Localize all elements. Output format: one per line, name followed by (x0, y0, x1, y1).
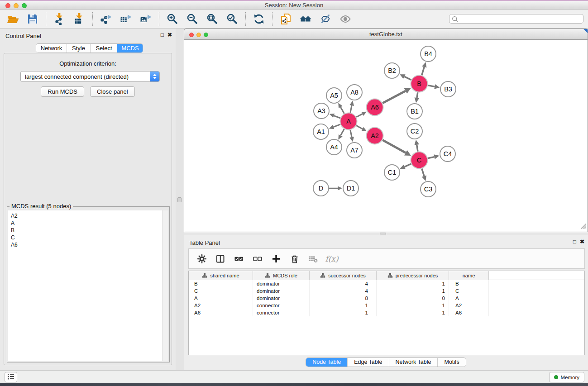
tab-mcds[interactable]: MCDS (117, 44, 143, 52)
zoom-in-button[interactable] (164, 11, 181, 27)
network-edge-C-C4[interactable] (428, 157, 435, 158)
network-edge-B-B3[interactable] (428, 86, 435, 87)
network-node-C[interactable]: C (411, 152, 428, 169)
import-table-button[interactable] (71, 11, 87, 27)
tab-motifs[interactable]: Motifs (437, 358, 465, 367)
close-panel-button[interactable]: Close panel (90, 86, 135, 97)
network-edge-C-C2[interactable] (417, 145, 418, 152)
network-edge-A-A5[interactable] (340, 107, 344, 114)
network-node-A1[interactable]: A1 (313, 124, 329, 139)
network-node-A2[interactable]: A2 (367, 128, 383, 144)
import-network-button[interactable] (51, 11, 67, 27)
memory-button[interactable]: Memory (549, 372, 584, 382)
network-node-D[interactable]: D (313, 181, 329, 196)
table-row[interactable]: A6connector11A6 (189, 309, 584, 316)
network-node-B[interactable]: B (411, 76, 428, 92)
network-node-C3[interactable]: C3 (421, 181, 436, 197)
export-table-button[interactable] (118, 11, 134, 27)
search-field[interactable] (449, 14, 583, 24)
network-edge-A2-C[interactable] (382, 140, 406, 152)
network-node-C4[interactable]: C4 (440, 146, 455, 162)
zoom-out-button[interactable] (184, 11, 201, 27)
table-row[interactable]: Bdominator41B (189, 280, 584, 287)
result-item[interactable]: C (11, 234, 168, 241)
tab-style[interactable]: Style (67, 44, 90, 52)
result-item[interactable]: B (11, 227, 168, 234)
gear-button[interactable] (196, 252, 208, 266)
float-table-panel-icon[interactable]: □ (573, 238, 576, 245)
run-mcds-button[interactable]: Run MCDS (41, 86, 84, 97)
vertical-splitter[interactable] (176, 29, 184, 370)
network-edge-C-C1[interactable] (405, 164, 411, 167)
horizontal-splitter[interactable] (184, 232, 588, 235)
zoom-selected-button[interactable] (224, 11, 240, 27)
clone-network-button[interactable] (277, 11, 294, 27)
column-header-successor-nodes[interactable]: successor nodes (310, 271, 377, 280)
network-node-A7[interactable]: A7 (347, 143, 362, 158)
network-edge-C-C3[interactable] (422, 169, 424, 176)
network-edge-A-A2[interactable] (356, 125, 363, 129)
tab-edge-table[interactable]: Edge Table (347, 358, 388, 367)
deselect-all-button[interactable] (252, 252, 263, 266)
network-node-B2[interactable]: B2 (384, 63, 400, 78)
network-edge-B-B4[interactable] (422, 67, 425, 75)
network-node-D1[interactable]: D1 (343, 181, 359, 196)
network-edge-A-A7[interactable] (350, 130, 352, 137)
network-edge-A-A3[interactable] (334, 116, 340, 118)
open-folder-button[interactable] (5, 11, 21, 27)
tab-network-table[interactable]: Network Table (389, 358, 438, 367)
result-item[interactable]: A2 (11, 212, 168, 219)
home-button[interactable] (297, 11, 314, 27)
delete-table-button[interactable] (307, 252, 319, 266)
column-header-name[interactable]: name (449, 271, 489, 280)
network-node-A[interactable]: A (340, 113, 357, 130)
network-node-B3[interactable]: B3 (440, 81, 456, 97)
network-window-titlebar[interactable]: testGlobe.txt (184, 29, 588, 40)
float-panel-icon[interactable]: □ (161, 32, 164, 38)
network-node-B1[interactable]: B1 (407, 104, 422, 119)
network-canvas[interactable]: B4B2BB3A8A5A6A3B1AA1C2A2A4A7C4CC1C3DD1 (184, 40, 588, 232)
network-node-C1[interactable]: C1 (384, 165, 400, 180)
export-network-button[interactable] (98, 11, 114, 27)
close-panel-icon[interactable]: ✖ (167, 32, 172, 38)
column-header-shared-name[interactable]: shared name (189, 271, 253, 280)
hide-labels-button[interactable] (317, 11, 334, 27)
task-history-button[interactable] (5, 372, 17, 382)
network-node-C2[interactable]: C2 (407, 124, 422, 139)
resize-grip-icon[interactable] (580, 223, 587, 231)
table-row[interactable]: Adominator80A (189, 295, 584, 302)
network-edge-A-A6[interactable] (356, 114, 363, 117)
optimization-criterion-select[interactable]: largest connected component (directed) (20, 71, 160, 82)
table-row[interactable]: Cdominator41C (189, 287, 584, 295)
result-scrollbar[interactable] (162, 210, 168, 361)
network-node-A3[interactable]: A3 (314, 103, 329, 119)
search-input[interactable] (458, 15, 583, 23)
save-button[interactable] (24, 11, 41, 27)
network-edge-A6-B[interactable] (382, 91, 406, 103)
eye-button[interactable] (337, 11, 354, 27)
result-item[interactable]: A (11, 219, 168, 227)
network-node-A6[interactable]: A6 (367, 99, 383, 116)
columns-button[interactable] (215, 252, 226, 266)
zoom-fit-button[interactable] (204, 11, 220, 27)
add-row-button[interactable] (270, 252, 282, 266)
result-item[interactable]: A6 (11, 241, 168, 248)
network-edge-A-A4[interactable] (340, 129, 344, 135)
network-edge-A-A1[interactable] (334, 124, 340, 127)
delete-row-button[interactable] (289, 252, 301, 266)
close-table-panel-icon[interactable]: ✖ (580, 238, 584, 245)
network-node-B4[interactable]: B4 (421, 46, 436, 62)
select-all-button[interactable] (233, 252, 245, 266)
network-node-A4[interactable]: A4 (326, 139, 342, 155)
tab-node-table[interactable]: Node Table (306, 358, 347, 367)
column-header-predecessor-nodes[interactable]: predecessor nodes (377, 271, 449, 280)
function-button[interactable]: f(x) (326, 252, 338, 266)
network-node-A5[interactable]: A5 (326, 88, 342, 103)
column-header-MCDS-role[interactable]: MCDS role (253, 271, 310, 280)
vertical-splitter-handle[interactable] (177, 197, 182, 202)
tab-select[interactable]: Select (90, 44, 117, 52)
tab-network[interactable]: Network (36, 44, 67, 52)
refresh-button[interactable] (251, 11, 267, 27)
network-edge-B-B1[interactable] (417, 92, 418, 98)
network-node-A8[interactable]: A8 (347, 85, 362, 100)
